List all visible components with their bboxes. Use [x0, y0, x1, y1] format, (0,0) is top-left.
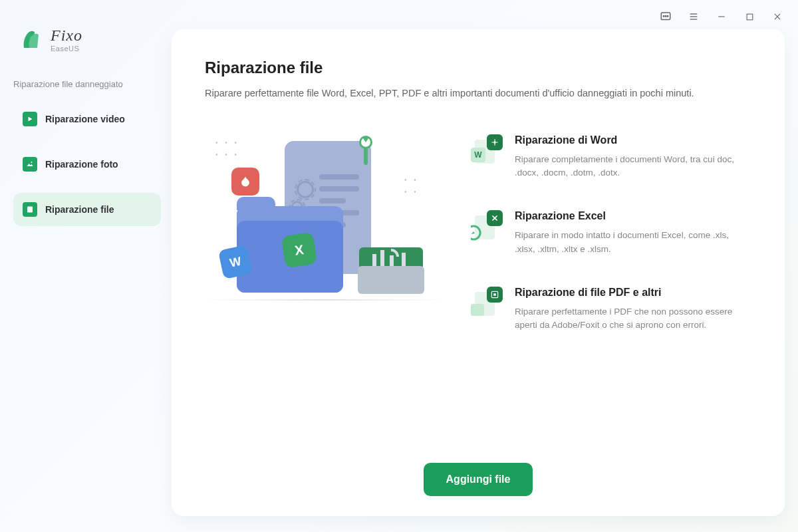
window-titlebar: [645, 0, 798, 33]
svg-text:W: W: [474, 150, 482, 160]
feature-title: Riparazione di file PDF e altri: [515, 287, 751, 299]
feature-desc: Riparare perfettamente i PDF che non pos…: [515, 305, 751, 332]
logo-icon: [20, 28, 44, 52]
video-icon: [23, 112, 37, 126]
feature-desc: Riparare in modo intatto i documenti Exc…: [515, 229, 751, 256]
svg-rect-26: [493, 293, 496, 296]
svg-point-1: [663, 16, 664, 17]
feature-excel-repair: Riparazione Excel Riparare in modo intat…: [471, 210, 751, 256]
maximize-button[interactable]: [737, 7, 762, 27]
app-logo: Fixo EaseUS: [20, 27, 161, 53]
feature-list: W Riparazione di Word Riparare completam…: [471, 134, 751, 450]
svg-point-2: [665, 16, 666, 17]
svg-rect-14: [364, 148, 368, 165]
toolbox-icon: [358, 241, 424, 294]
svg-rect-24: [471, 304, 484, 316]
sidebar-item-label: Riparazione video: [45, 114, 125, 124]
sidebar-section-label: Riparazione file danneggiato: [13, 79, 161, 89]
photo-icon: [23, 157, 37, 172]
excel-icon: X: [281, 232, 317, 268]
main-panel: Riparazione file Riparare perfettamente …: [172, 29, 785, 516]
sidebar: Fixo EaseUS Riparazione file danneggiato…: [0, 0, 172, 532]
page-title: Riparazione file: [205, 59, 751, 77]
feature-pdf-repair: Riparazione di file PDF e altri Riparare…: [471, 287, 751, 332]
feature-word-repair: W Riparazione di Word Riparare completam…: [471, 134, 751, 180]
page-subtitle: Riparare perfettamente file Word, Excel,…: [205, 86, 751, 101]
app-name: Fixo: [51, 27, 82, 45]
excel-repair-icon: [471, 210, 503, 242]
file-icon: [23, 202, 37, 217]
sidebar-item-file-repair[interactable]: Riparazione file: [13, 193, 161, 226]
sidebar-item-video-repair[interactable]: Riparazione video: [13, 102, 161, 136]
word-repair-icon: W: [471, 134, 503, 166]
sidebar-item-label: Riparazione file: [45, 204, 114, 215]
sidebar-item-photo-repair[interactable]: Riparazione foto: [13, 148, 161, 181]
svg-rect-12: [27, 207, 33, 213]
svg-point-11: [31, 162, 33, 163]
close-button[interactable]: [765, 7, 790, 27]
svg-point-3: [667, 16, 668, 17]
feature-title: Riparazione di Word: [515, 134, 751, 146]
add-file-button[interactable]: Aggiungi file: [424, 463, 533, 496]
sidebar-item-label: Riparazione foto: [45, 159, 118, 170]
pdf-icon: [231, 168, 259, 196]
minimize-button[interactable]: [709, 7, 734, 27]
svg-rect-8: [747, 14, 753, 20]
hero-illustration: • • •• • • X W • •• •: [205, 134, 444, 340]
feature-desc: Riparare completamente i documenti Word,…: [515, 153, 751, 180]
feedback-button[interactable]: [653, 7, 678, 27]
menu-button[interactable]: [681, 7, 706, 27]
wrench-icon: [356, 136, 375, 169]
word-icon: W: [218, 245, 253, 279]
svg-point-21: [493, 141, 496, 144]
pdf-repair-icon: [471, 287, 503, 319]
feature-title: Riparazione Excel: [515, 210, 751, 222]
app-vendor: EaseUS: [51, 45, 82, 53]
